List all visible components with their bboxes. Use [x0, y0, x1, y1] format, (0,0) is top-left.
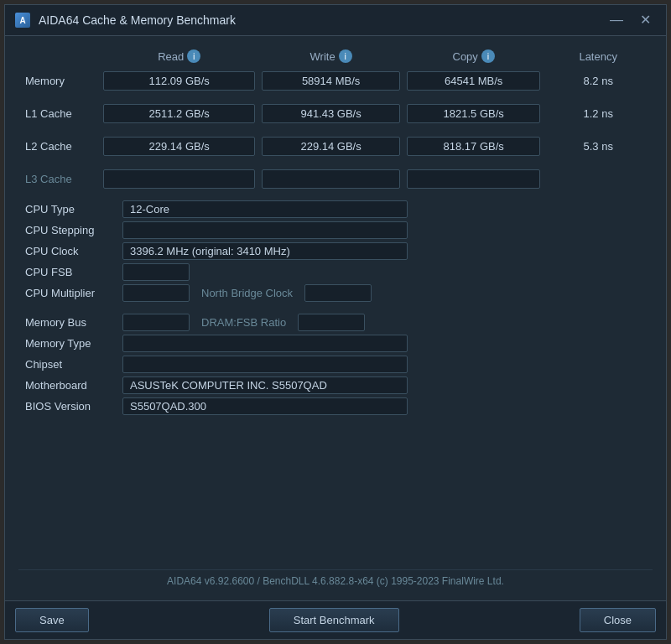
- cpu-stepping-row: CPU Stepping: [18, 220, 653, 241]
- cpu-stepping-label: CPU Stepping: [18, 220, 119, 241]
- start-benchmark-button[interactable]: Start Benchmark: [269, 608, 399, 632]
- motherboard-box: ASUSTeK COMPUTER INC. S5507QAD: [122, 377, 408, 394]
- close-window-button[interactable]: ✕: [635, 12, 656, 29]
- read-header: Read: [158, 50, 184, 63]
- bench-copy: 818.17 GB/s: [403, 133, 544, 159]
- read-info-icon[interactable]: i: [187, 49, 200, 63]
- bench-write: [258, 166, 403, 192]
- title-controls: — ✕: [605, 12, 656, 29]
- bios-value: S5507QAD.300: [119, 396, 653, 417]
- window-title: AIDA64 Cache & Memory Benchmark: [39, 13, 236, 27]
- cpu-fsb-row: CPU FSB: [18, 262, 653, 283]
- copy-header: Copy: [453, 50, 478, 63]
- benchmark-table: Read i Write i Copy i: [18, 46, 653, 192]
- bench-write: 58914 MB/s: [258, 68, 403, 94]
- bench-latency: [544, 166, 653, 192]
- memory-type-label: Memory Type: [18, 333, 119, 354]
- bench-copy: 64541 MB/s: [403, 68, 544, 94]
- cpu-type-label: CPU Type: [18, 199, 119, 220]
- cpu-clock-box: 3396.2 MHz (original: 3410 MHz): [122, 242, 408, 260]
- bios-box: S5507QAD.300: [122, 397, 408, 415]
- cpu-stepping-box: [122, 221, 408, 239]
- write-header: Write: [310, 50, 336, 63]
- bench-row-l3cache: L3 Cache: [18, 166, 653, 192]
- chipset-label: Chipset: [18, 354, 119, 375]
- memory-type-row: Memory Type: [18, 333, 653, 354]
- bench-latency: 1.2 ns: [544, 101, 653, 127]
- bench-read: 229.14 GB/s: [100, 133, 258, 159]
- cpu-type-row: CPU Type 12-Core: [18, 199, 653, 220]
- chipset-box: [122, 356, 408, 373]
- cpu-fsb-value: [119, 262, 653, 283]
- write-info-icon[interactable]: i: [339, 49, 352, 63]
- copy-info-icon[interactable]: i: [481, 49, 495, 63]
- cpu-clock-label: CPU Clock: [18, 241, 119, 262]
- bios-row: BIOS Version S5507QAD.300: [18, 396, 653, 417]
- cpu-type-box: 12-Core: [122, 200, 408, 218]
- dram-fsb-label: DRAM:FSB Ratio: [201, 316, 286, 329]
- cpu-fsb-box: [122, 263, 190, 281]
- bench-row-l1cache: L1 Cache 2511.2 GB/s 941.43 GB/s 1821.5 …: [18, 101, 653, 127]
- cpu-fsb-label: CPU FSB: [18, 262, 119, 283]
- memory-bus-box: [122, 314, 190, 331]
- memory-bus-value: DRAM:FSB Ratio: [119, 312, 653, 333]
- bios-label: BIOS Version: [18, 396, 119, 417]
- minimize-button[interactable]: —: [605, 12, 628, 29]
- cpu-multiplier-value: North Bridge Clock: [119, 283, 653, 304]
- bench-latency: 5.3 ns: [544, 133, 653, 159]
- footer-note: AIDA64 v6.92.6600 / BenchDLL 4.6.882.8-x…: [18, 569, 653, 590]
- bench-label: L2 Cache: [18, 133, 100, 159]
- main-content: Read i Write i Copy i: [5, 36, 666, 600]
- cpu-clock-value: 3396.2 MHz (original: 3410 MHz): [119, 241, 653, 262]
- cpu-stepping-value: [119, 220, 653, 241]
- bench-read: 2511.2 GB/s: [100, 101, 258, 127]
- app-icon: A: [15, 13, 30, 28]
- bench-copy: [403, 166, 544, 192]
- motherboard-label: Motherboard: [18, 375, 119, 396]
- motherboard-value: ASUSTeK COMPUTER INC. S5507QAD: [119, 375, 653, 396]
- title-bar-left: A AIDA64 Cache & Memory Benchmark: [15, 13, 236, 28]
- bench-write: 941.43 GB/s: [258, 101, 403, 127]
- cpu-multiplier-box: [122, 284, 190, 302]
- chipset-row: Chipset: [18, 354, 653, 375]
- bench-copy: 1821.5 GB/s: [403, 101, 544, 127]
- title-bar: A AIDA64 Cache & Memory Benchmark — ✕: [5, 5, 666, 36]
- bench-row-memory: Memory 112.09 GB/s 58914 MB/s 64541 MB/s…: [18, 68, 653, 94]
- motherboard-row: Motherboard ASUSTeK COMPUTER INC. S5507Q…: [18, 375, 653, 396]
- bench-row-l2cache: L2 Cache 229.14 GB/s 229.14 GB/s 818.17 …: [18, 133, 653, 159]
- memory-type-value: [119, 333, 653, 354]
- nb-clock-label: North Bridge Clock: [201, 287, 293, 299]
- latency-header: Latency: [579, 50, 617, 63]
- bench-label: L3 Cache: [18, 166, 100, 192]
- info-table: CPU Type 12-Core CPU Stepping CPU Clock …: [18, 199, 653, 417]
- bench-latency: 8.2 ns: [544, 68, 653, 94]
- memory-bus-label: Memory Bus: [18, 312, 119, 333]
- dram-fsb-box: [298, 314, 365, 331]
- cpu-clock-row: CPU Clock 3396.2 MHz (original: 3410 MHz…: [18, 241, 653, 262]
- main-window: A AIDA64 Cache & Memory Benchmark — ✕ Re…: [4, 4, 667, 640]
- memory-bus-row: Memory Bus DRAM:FSB Ratio: [18, 312, 653, 333]
- chipset-value: [119, 354, 653, 375]
- nb-clock-box: [304, 284, 372, 302]
- bench-read: 112.09 GB/s: [100, 68, 258, 94]
- bench-read: [100, 166, 258, 192]
- close-button[interactable]: Close: [580, 608, 656, 632]
- bench-label: L1 Cache: [18, 101, 100, 127]
- cpu-multiplier-label: CPU Multiplier: [18, 283, 119, 304]
- bench-label: Memory: [18, 68, 100, 94]
- bench-write: 229.14 GB/s: [258, 133, 403, 159]
- memory-type-box: [122, 335, 408, 352]
- cpu-type-value: 12-Core: [119, 199, 653, 220]
- cpu-multiplier-row: CPU Multiplier North Bridge Clock: [18, 283, 653, 304]
- button-bar: Save Start Benchmark Close: [5, 600, 666, 639]
- save-button[interactable]: Save: [15, 608, 89, 632]
